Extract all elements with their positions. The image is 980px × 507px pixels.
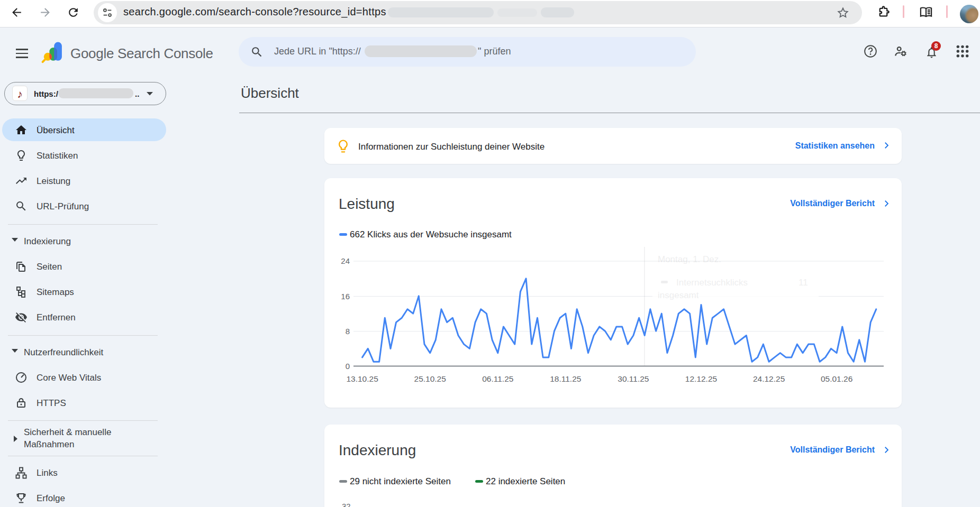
svg-text:18.11.25: 18.11.25 xyxy=(550,374,581,383)
svg-text:13.10.25: 13.10.25 xyxy=(346,374,378,383)
svg-text:11: 11 xyxy=(798,278,808,288)
svg-text:0: 0 xyxy=(346,362,350,371)
svg-text:06.11.25: 06.11.25 xyxy=(482,374,513,383)
svg-text:Montag, 1. Dez.: Montag, 1. Dez. xyxy=(658,254,721,264)
svg-text:25.10.25: 25.10.25 xyxy=(414,374,446,383)
svg-text:30.11.25: 30.11.25 xyxy=(618,374,649,383)
svg-text:Internetsuchklicks: Internetsuchklicks xyxy=(676,278,748,288)
svg-text:8: 8 xyxy=(346,327,350,336)
svg-text:05.01.26: 05.01.26 xyxy=(821,374,852,383)
svg-text:24: 24 xyxy=(341,256,350,265)
svg-text:insgesamt: insgesamt xyxy=(658,290,699,300)
svg-text:12.12.25: 12.12.25 xyxy=(685,374,717,383)
svg-text:24.12.25: 24.12.25 xyxy=(753,374,785,383)
svg-text:16: 16 xyxy=(341,292,350,301)
